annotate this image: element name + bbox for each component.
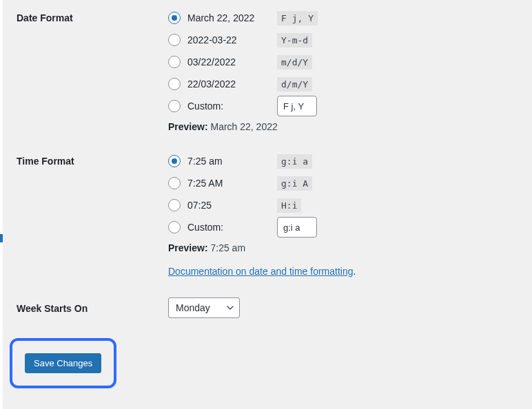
radio-icon[interactable] <box>168 100 181 112</box>
time-preview-value: 7:25 am <box>210 242 245 253</box>
date-option-custom[interactable]: Custom: <box>168 95 518 117</box>
date-preview-label: Preview: <box>168 121 208 132</box>
date-format-content: March 22, 2022 F j, Y 2022-03-22 Y-m-d 0… <box>168 7 518 139</box>
date-option-label: 22/03/2022 <box>187 78 277 90</box>
date-format-label: Date Format <box>17 7 168 23</box>
time-option-custom[interactable]: Custom: <box>168 216 518 238</box>
week-starts-select[interactable]: Monday <box>168 297 240 318</box>
highlight-annotation: Save Changes <box>10 338 116 388</box>
date-custom-input[interactable] <box>277 96 317 116</box>
date-option-label: 2022-03-22 <box>187 34 277 45</box>
date-option-code: d/m/Y <box>277 77 312 92</box>
doc-link-text: Documentation on date and time formattin… <box>168 266 354 277</box>
radio-icon[interactable] <box>168 199 181 211</box>
time-option-label: 7:25 AM <box>187 178 277 189</box>
time-option[interactable]: 7:25 AM g:i A <box>168 172 518 194</box>
row-date-format: Date Format March 22, 2022 F j, Y 2022-0… <box>17 0 518 139</box>
radio-icon[interactable] <box>168 78 181 90</box>
time-format-label: Time Format <box>17 150 168 167</box>
radio-icon[interactable] <box>168 34 181 46</box>
time-preview: Preview: 7:25 am <box>168 242 518 253</box>
date-option-label: March 22, 2022 <box>187 12 277 23</box>
week-starts-select-wrap: Monday <box>168 297 240 318</box>
time-format-content: 7:25 am g:i a 7:25 AM g:i A 07:25 H:i Cu… <box>168 150 518 286</box>
date-option-code: Y-m-d <box>277 33 312 48</box>
time-option-code: g:i a <box>277 154 312 169</box>
radio-icon[interactable] <box>168 12 181 24</box>
radio-icon[interactable] <box>168 221 181 233</box>
time-option-code: H:i <box>277 198 301 213</box>
row-time-format: Time Format 7:25 am g:i a 7:25 AM g:i A … <box>17 139 518 286</box>
time-option-code: g:i A <box>277 176 312 191</box>
time-option[interactable]: 7:25 am g:i a <box>168 150 518 172</box>
date-option[interactable]: 2022-03-22 Y-m-d <box>168 29 518 51</box>
time-preview-label: Preview: <box>168 242 208 253</box>
date-option-label: 03/22/2022 <box>187 56 277 67</box>
week-starts-content: Monday <box>168 297 518 318</box>
date-preview: Preview: March 22, 2022 <box>168 121 518 132</box>
date-preview-value: March 22, 2022 <box>210 121 277 132</box>
time-option-label: 07:25 <box>187 200 277 211</box>
radio-icon[interactable] <box>168 177 181 189</box>
time-option[interactable]: 07:25 H:i <box>168 194 518 216</box>
week-starts-label: Week Starts On <box>17 297 168 314</box>
save-changes-button[interactable]: Save Changes <box>25 353 101 373</box>
row-week-starts: Week Starts On Monday <box>17 286 518 318</box>
time-custom-input[interactable] <box>277 217 317 238</box>
settings-form: Date Format March 22, 2022 F j, Y 2022-0… <box>3 0 532 409</box>
date-option[interactable]: 22/03/2022 d/m/Y <box>168 73 518 95</box>
date-option[interactable]: March 22, 2022 F j, Y <box>168 7 518 29</box>
date-custom-label: Custom: <box>187 101 277 112</box>
date-option[interactable]: 03/22/2022 m/d/Y <box>168 51 518 73</box>
date-option-code: F j, Y <box>277 11 318 25</box>
time-option-label: 7:25 am <box>187 156 277 167</box>
date-option-code: m/d/Y <box>277 55 312 70</box>
doc-link[interactable]: Documentation on date and time formattin… <box>168 266 354 277</box>
time-custom-label: Custom: <box>187 222 277 233</box>
radio-icon[interactable] <box>168 56 181 68</box>
doc-link-suffix: . <box>354 266 356 277</box>
radio-icon[interactable] <box>168 155 181 167</box>
